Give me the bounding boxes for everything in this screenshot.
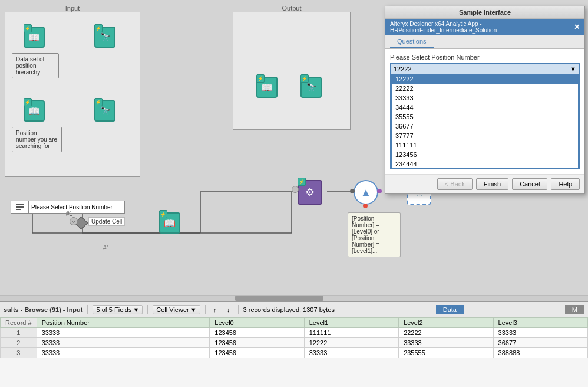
col-header-level1: Level1 — [304, 318, 398, 328]
dialog-tabs: Questions — [385, 35, 584, 49]
col-header-position: Position Number — [37, 318, 210, 328]
dialog-titlebar: Sample Interface — [385, 6, 584, 19]
dropdown-item-3[interactable]: 34444 — [392, 103, 578, 112]
tool-node-book2: ⚡ 📖 — [24, 100, 45, 122]
update-cell-label: Update Cell — [88, 217, 125, 226]
output-section — [233, 12, 351, 130]
position-search-label: Position number you are searching for — [12, 127, 62, 152]
toolbar-sep-2 — [147, 305, 148, 314]
book-tool-1[interactable]: ⚡ 📖 — [24, 27, 45, 48]
col-header-level0: Level0 — [210, 318, 304, 328]
tool-node-bino1: ⚡ 🔭 — [94, 27, 115, 48]
sort-desc-btn[interactable]: ↓ — [224, 306, 233, 314]
port-right-triangle — [377, 189, 382, 194]
cell-r2-c5: 388888 — [493, 348, 587, 358]
bino-tool-2[interactable]: ⚡ 🔭 — [94, 100, 115, 122]
toolbar-sep-4 — [238, 305, 239, 314]
svg-rect-13 — [16, 204, 24, 205]
lightning-badge-6: ⚡ — [300, 74, 309, 83]
table-row: 1333331234561111112222233333 — [1, 328, 588, 338]
svg-rect-15 — [16, 209, 21, 210]
select-icon — [11, 201, 28, 214]
cell-r1-c3: 12222 — [304, 338, 398, 348]
bino-tool-3[interactable]: ⚡ 🔭 — [300, 77, 322, 98]
cell-r2-c2: 123456 — [210, 348, 304, 358]
input-label: Input — [5, 5, 140, 12]
tool-node-book4: ⚡ 📖 — [159, 212, 180, 234]
cell-viewer-arrow: ▼ — [190, 306, 197, 313]
dialog-dropdown-container[interactable]: 12222 ▼ 12222 22222 33333 34444 35555 36… — [390, 63, 580, 169]
dropdown-item-4[interactable]: 35555 — [392, 112, 578, 122]
cancel-button[interactable]: Cancel — [512, 178, 547, 190]
book-tool-3[interactable]: ⚡ 📖 — [256, 77, 278, 98]
cell-r1-c1: 33333 — [37, 338, 210, 348]
results-title: sults - Browse (91) - Input — [4, 306, 82, 313]
lightning-badge-8: ⚡ — [298, 178, 306, 186]
results-toolbar: sults - Browse (91) - Input 5 of 5 Field… — [0, 302, 588, 317]
lightning-badge-1: ⚡ — [24, 24, 32, 32]
dropdown-item-9[interactable]: 234444 — [392, 159, 578, 168]
scrollbar-thumb — [235, 296, 323, 301]
dropdown-item-8[interactable]: 123456 — [392, 150, 578, 159]
dropdown-item-0[interactable]: 12222 — [392, 74, 578, 84]
horizontal-scrollbar[interactable] — [0, 295, 588, 301]
book-tool-2[interactable]: ⚡ 📖 — [24, 100, 45, 122]
book-tool-4[interactable]: ⚡ 📖 — [159, 212, 180, 234]
circle-badge-1: ○ — [70, 217, 78, 225]
back-button[interactable]: < Back — [437, 178, 473, 190]
cell-r0-c4: 22222 — [399, 328, 493, 338]
data-button[interactable]: Data — [436, 305, 464, 314]
dialog-subtitle-text: Alteryx Designer x64 Analytic App - HRPo… — [390, 21, 574, 34]
gear-tool[interactable]: ⚡ ⚙ — [298, 180, 322, 205]
cell-r2-c0: 3 — [1, 348, 37, 358]
fields-dropdown-arrow: ▼ — [133, 306, 139, 313]
sample-interface-dialog: Sample Interface Alteryx Designer x64 An… — [385, 6, 585, 194]
tool-node-bino3: ⚡ 🔭 — [300, 77, 322, 98]
col-header-record: Record # — [1, 318, 37, 328]
cell-r0-c3: 111111 — [304, 328, 398, 338]
meta-button[interactable]: M — [565, 305, 584, 314]
results-table: Record # Position Number Level0 Level1 L… — [0, 317, 588, 358]
cell-r0-c1: 33333 — [37, 328, 210, 338]
col-header-level2: Level2 — [399, 318, 493, 328]
help-button[interactable]: Help — [551, 178, 580, 190]
dataset-label: Data set of position hierarchy — [12, 53, 59, 78]
dropdown-list: 12222 22222 33333 34444 35555 36677 3777… — [391, 74, 579, 168]
triangle-tool[interactable]: ▲ — [354, 180, 378, 205]
tool-node-book3: ⚡ 📖 — [256, 77, 278, 98]
port-badge-gear-left — [292, 186, 299, 193]
records-info: 3 records displayed, 1307 bytes — [243, 306, 335, 313]
bino-tool-1[interactable]: ⚡ 🔭 — [94, 27, 115, 48]
dropdown-item-5[interactable]: 36677 — [392, 122, 578, 131]
dropdown-item-7[interactable]: 111111 — [392, 140, 578, 150]
lightning-badge-2: ⚡ — [94, 24, 103, 32]
hash1-label: #1 — [66, 211, 72, 217]
lightning-badge-3: ⚡ — [24, 98, 32, 106]
select-label-text: Please Select Position Number — [28, 201, 125, 214]
cell-viewer-btn[interactable]: Cell Viewer ▼ — [153, 305, 200, 314]
table-row: 233333123456122223333336677 — [1, 338, 588, 348]
output-label: Output — [233, 5, 351, 12]
lightning-badge-5: ⚡ — [256, 74, 265, 83]
cell-r1-c2: 123456 — [210, 338, 304, 348]
fields-info: 5 of 5 Fields — [96, 306, 131, 313]
tab-questions[interactable]: Questions — [390, 35, 434, 48]
lightning-badge-4: ⚡ — [94, 98, 103, 106]
cell-r1-c4: 33333 — [399, 338, 493, 348]
tool-node-book1: ⚡ 📖 — [24, 27, 45, 48]
cell-r0-c5: 33333 — [493, 328, 587, 338]
toolbar-sep-3 — [205, 305, 206, 314]
dialog-close-button[interactable]: ✕ — [574, 23, 580, 31]
dropdown-item-2[interactable]: 33333 — [392, 93, 578, 103]
dialog-body: Please Select Position Number 12222 ▼ 12… — [385, 49, 584, 174]
finish-button[interactable]: Finish — [476, 178, 508, 190]
results-table-wrapper[interactable]: Record # Position Number Level0 Level1 L… — [0, 317, 588, 387]
sort-asc-btn[interactable]: ↑ — [210, 306, 220, 314]
cell-r2-c4: 235555 — [399, 348, 493, 358]
dropdown-item-1[interactable]: 22222 — [392, 84, 578, 93]
dialog-footer: < Back Finish Cancel Help — [385, 174, 584, 194]
cell-r0-c0: 1 — [1, 328, 37, 338]
port-bottom-triangle — [363, 204, 368, 208]
dropdown-item-6[interactable]: 37777 — [392, 131, 578, 140]
fields-dropdown-btn[interactable]: 5 of 5 Fields ▼ — [93, 305, 143, 314]
